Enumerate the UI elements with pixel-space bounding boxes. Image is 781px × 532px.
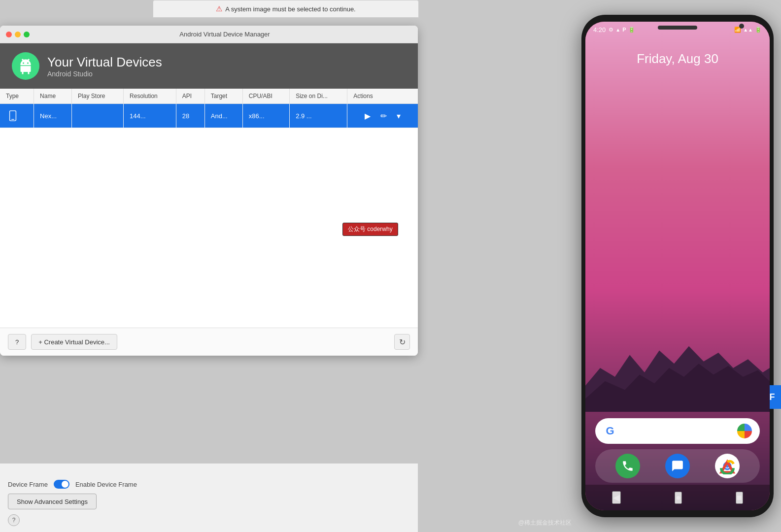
network-p-icon: P (622, 27, 626, 33)
google-mic-button[interactable] (737, 424, 752, 438)
nav-home-button[interactable]: ● (675, 492, 682, 504)
phone-icon (7, 110, 18, 121)
phone-device: 4:20 ⚙ ▲ P 🔋 📶 ▲▲ 🔋 Friday, Aug 30 G (581, 15, 774, 517)
col-type: Type (0, 89, 34, 104)
cell-target: And... (204, 104, 242, 128)
cell-type (0, 104, 34, 128)
battery-status-icon: 🔋 (628, 27, 635, 33)
avd-table: Type Name Play Store Resolution API Targ… (0, 89, 418, 128)
cell-cpuabi: x86... (242, 104, 289, 128)
create-virtual-device-button[interactable]: + Create Virtual Device... (31, 334, 117, 350)
dock-bar (595, 449, 760, 483)
google-search-bar[interactable]: G (595, 418, 760, 444)
camera-dot (739, 24, 744, 29)
device-frame-label: Device Frame (8, 481, 48, 488)
speaker-notch (658, 26, 697, 30)
cell-name: Nex... (34, 104, 72, 128)
col-actions: Actions (347, 89, 418, 104)
col-target: Target (204, 89, 242, 104)
window-controls (6, 32, 30, 37)
cell-resolution: 144... (124, 104, 176, 128)
close-button[interactable] (6, 32, 12, 37)
table-row[interactable]: Nex... 144... 28 And... x86... 2.9 ... ▶… (0, 104, 418, 128)
edit-button[interactable]: ✏ (377, 109, 390, 123)
help-button[interactable]: ? (8, 334, 26, 350)
cell-size: 2.9 ... (290, 104, 347, 128)
nav-back-button[interactable]: ◀ (612, 491, 621, 504)
cell-api: 28 (176, 104, 204, 128)
settings-status-icon: ⚙ (609, 27, 613, 33)
cell-playstore (72, 104, 124, 128)
col-name: Name (34, 89, 72, 104)
refresh-button[interactable]: ↻ (394, 334, 410, 350)
window-title: Android Virtual Device Manager (37, 31, 412, 38)
avd-table-area: Type Name Play Store Resolution API Targ… (0, 89, 418, 328)
phone-date: Friday, Aug 30 (585, 51, 770, 66)
messages-icon (671, 460, 684, 472)
show-advanced-settings-button[interactable]: Show Advanced Settings (8, 494, 97, 509)
mountain-silhouette (585, 333, 770, 412)
avd-header: Your Virtual Devices Android Studio (0, 43, 418, 89)
avd-title-group: Your Virtual Devices Android Studio (47, 55, 162, 78)
more-button[interactable]: ▾ (394, 109, 404, 123)
maximize-button[interactable] (24, 32, 30, 37)
avd-subtitle: Android Studio (47, 70, 162, 78)
watermark-badge: 公众号 coderwhy (342, 223, 398, 236)
status-time: 4:20 (593, 26, 606, 33)
signal-status-icon: ▲ (615, 27, 620, 33)
chrome-app-icon[interactable] (715, 454, 740, 478)
google-g-logo: G (603, 424, 617, 438)
enable-frame-toggle[interactable] (54, 480, 69, 489)
bottom-panel: Device Frame Enable Device Frame Show Ad… (0, 463, 418, 532)
actions-cell: ▶ ✏ ▾ (347, 106, 418, 126)
signal-strength-icon: ▲▲ (743, 27, 753, 33)
avd-manager-window: Android Virtual Device Manager Your Virt… (0, 26, 418, 356)
chrome-icon (719, 458, 736, 474)
col-resolution: Resolution (124, 89, 176, 104)
col-api: API (176, 89, 204, 104)
android-icon (17, 57, 34, 75)
nav-recent-button[interactable]: ■ (736, 492, 743, 504)
watermark-text: 公众号 coderwhy (348, 226, 393, 233)
run-button[interactable]: ▶ (362, 109, 374, 123)
attribution-text: @稀土掘金技术社区 (518, 519, 572, 527)
table-header-row: Type Name Play Store Resolution API Targ… (0, 89, 418, 104)
device-frame-row: Device Frame Enable Device Frame (8, 480, 410, 489)
minimize-button[interactable] (15, 32, 21, 37)
error-bar: ⚠ A system image must be selected to con… (153, 0, 419, 18)
col-cpuabi: CPU/ABI (242, 89, 289, 104)
error-message: A system image must be selected to conti… (225, 5, 355, 13)
phone-nav-bar: ◀ ● ■ (585, 485, 770, 510)
status-icons-right: 📶 ▲▲ 🔋 (734, 27, 762, 33)
avd-footer: ? + Create Virtual Device... ↻ (0, 328, 418, 356)
phone-container: 4:20 ⚙ ▲ P 🔋 📶 ▲▲ 🔋 Friday, Aug 30 G (574, 0, 781, 532)
col-playstore: Play Store (72, 89, 124, 104)
messages-app-icon[interactable] (665, 454, 690, 478)
phone-call-icon (621, 460, 634, 472)
error-icon: ⚠ (216, 4, 222, 13)
battery-icon: 🔋 (755, 27, 762, 33)
android-logo (12, 52, 39, 80)
device-type-icon (6, 109, 20, 123)
status-icons-left: ⚙ ▲ P 🔋 (609, 27, 635, 33)
cell-actions: ▶ ✏ ▾ (347, 104, 418, 128)
enable-frame-label: Enable Device Frame (75, 481, 137, 488)
phone-app-icon[interactable] (615, 454, 640, 478)
panel-help-button[interactable]: ? (8, 514, 20, 526)
phone-screen: 4:20 ⚙ ▲ P 🔋 📶 ▲▲ 🔋 Friday, Aug 30 G (585, 22, 770, 510)
col-size: Size on Di... (290, 89, 347, 104)
window-title-bar: Android Virtual Device Manager (0, 26, 418, 43)
avd-main-title: Your Virtual Devices (47, 55, 162, 70)
